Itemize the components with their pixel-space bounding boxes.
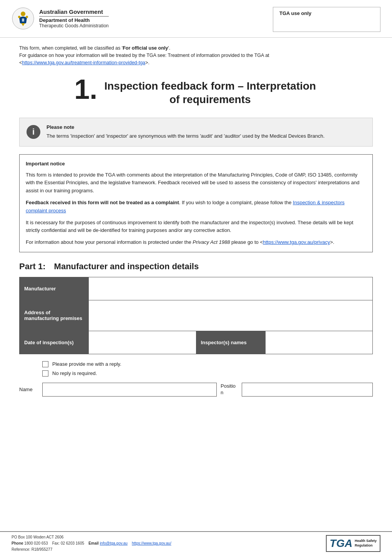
notice-line1-prefix: This form, when completed, will be class… bbox=[19, 45, 123, 51]
info-icon: i bbox=[27, 125, 40, 139]
important-para3: It is necessary for the purposes of cont… bbox=[26, 219, 366, 235]
footer-email-link[interactable]: info@tga.gov.au bbox=[100, 541, 128, 545]
svg-rect-4 bbox=[22, 18, 24, 22]
para4-mid: please go to < bbox=[230, 239, 263, 245]
title-number: 1. bbox=[74, 75, 97, 103]
tga-tagline2: Regulation bbox=[355, 543, 377, 548]
footer-address: PO Box 100 Woden ACT 2606 bbox=[12, 534, 171, 540]
para4-suffix: >. bbox=[330, 239, 334, 245]
info-box-content: Please note The terms 'inspection' and '… bbox=[47, 124, 325, 140]
svg-point-2 bbox=[18, 16, 20, 18]
notice-line1-suffix: '. bbox=[168, 45, 170, 51]
para4-prefix: For information about how your personal … bbox=[26, 239, 193, 245]
table-row-address: Address of manufacturing premises bbox=[20, 300, 373, 331]
tga-label: Therapeutic Goods Administration bbox=[39, 23, 109, 28]
manufacturer-label: Manufacturer bbox=[20, 277, 89, 300]
svg-point-3 bbox=[26, 16, 28, 18]
aus-gov-label: Australian Government bbox=[39, 8, 109, 15]
info-note-body: The terms 'inspection' and 'inspector' a… bbox=[47, 132, 325, 140]
important-para2: Feedback received in this form will not … bbox=[26, 199, 366, 215]
address-label: Address of manufacturing premises bbox=[20, 300, 89, 331]
inspector-label: Inspector(s) names bbox=[196, 331, 265, 354]
inspector-value[interactable] bbox=[265, 331, 373, 354]
page-footer: PO Box 100 Woden ACT 2606 Phone 1800 020… bbox=[0, 531, 392, 555]
dept-label: Department of Health bbox=[39, 16, 109, 23]
details-table: Manufacturer Address of manufacturing pr… bbox=[19, 277, 373, 354]
footer-email-label: Email bbox=[88, 541, 99, 545]
logo-text-group: Australian Government Department of Heal… bbox=[39, 8, 109, 28]
address-value[interactable] bbox=[89, 300, 373, 331]
reply-checkbox-1[interactable] bbox=[42, 361, 48, 367]
important-title: Important notice bbox=[26, 160, 366, 168]
name-input[interactable] bbox=[42, 383, 217, 397]
part1-heading: Part 1: Manufacturer and inspection deta… bbox=[19, 262, 373, 272]
svg-point-1 bbox=[21, 12, 25, 16]
privacy-link[interactable]: https://www.tga.gov.au/privacy bbox=[263, 239, 330, 245]
important-para2-prefix: Feedback received in this form will not … bbox=[26, 200, 179, 205]
footer-logo: TGA Health Safety Regulation bbox=[326, 535, 380, 552]
logo-area: Australian Government Department of Heal… bbox=[12, 7, 273, 30]
name-position-row: Name Position bbox=[19, 383, 373, 397]
reply-section: Please provide me with a reply. No reply… bbox=[42, 361, 350, 377]
reply-row-2: No reply is required. bbox=[42, 370, 350, 377]
tga-logo-box: TGA Health Safety Regulation bbox=[326, 535, 380, 552]
footer-website-link[interactable]: https://www.tga.gov.au/ bbox=[132, 541, 171, 545]
tga-use-only-label: TGA use only bbox=[279, 10, 311, 16]
tga-logo-letters: TGA bbox=[330, 537, 352, 550]
footer-reference: Reference: R18/955277 bbox=[12, 547, 171, 553]
main-content: This form, when completed, will be class… bbox=[0, 38, 392, 427]
table-row-date-inspector: Date of inspection(s) Inspector(s) names bbox=[20, 331, 373, 354]
notice-link[interactable]: https://www.tga.gov.au/treatment-informa… bbox=[22, 60, 145, 65]
tga-tagline1: Health Safety bbox=[355, 539, 377, 543]
footer-contact-line: Phone 1800 020 653 Fax: 02 6203 1605 Ema… bbox=[12, 540, 171, 547]
important-para4: For information about how your personal … bbox=[26, 238, 366, 247]
reply-checkbox-2[interactable] bbox=[42, 370, 48, 377]
table-row-manufacturer: Manufacturer bbox=[20, 277, 373, 300]
reply-row-1: Please provide me with a reply. bbox=[42, 361, 350, 367]
footer-contact: PO Box 100 Woden ACT 2606 Phone 1800 020… bbox=[12, 534, 171, 553]
footer-fax-label: Fax: bbox=[52, 541, 60, 545]
footer-phone: 1800 020 653 bbox=[24, 541, 48, 545]
title-text: Inspection feedback form – Interpretatio… bbox=[103, 79, 318, 106]
name-label: Name bbox=[19, 387, 38, 392]
reply-option2-label: No reply is required. bbox=[52, 370, 97, 376]
date-label: Date of inspection(s) bbox=[20, 331, 89, 354]
info-note-box: i Please note The terms 'inspection' and… bbox=[19, 118, 373, 147]
tga-logo-text: Health Safety Regulation bbox=[355, 539, 377, 548]
important-para1: This form is intended to provide the TGA… bbox=[26, 171, 366, 195]
part1-title: Manufacturer and inspection details bbox=[54, 262, 199, 271]
manufacturer-value[interactable] bbox=[89, 277, 373, 300]
info-note-title: Please note bbox=[47, 124, 325, 130]
footer-fax: 02 6203 1605 bbox=[61, 541, 84, 545]
important-para2-mid: . If you wish to lodge a complaint, plea… bbox=[179, 200, 293, 205]
important-notice-box: Important notice This form is intended t… bbox=[19, 154, 373, 252]
notice-bold: For official use only bbox=[123, 45, 168, 51]
notice-text: This form, when completed, will be class… bbox=[19, 45, 373, 66]
notice-line2: For guidance on how your information wil… bbox=[19, 53, 269, 58]
main-title-area: 1. Inspection feedback form – Interpreta… bbox=[19, 75, 373, 106]
crest-icon bbox=[12, 7, 35, 30]
date-value[interactable] bbox=[89, 331, 196, 354]
para4-italic: Privacy Act 1988 bbox=[193, 239, 230, 245]
page-header: Australian Government Department of Heal… bbox=[0, 0, 392, 38]
position-label: Position bbox=[221, 383, 238, 396]
reply-option1-label: Please provide me with a reply. bbox=[52, 361, 121, 367]
footer-phone-label: Phone bbox=[12, 541, 23, 545]
position-input[interactable] bbox=[242, 383, 373, 397]
part1-label: Part 1: bbox=[19, 262, 45, 271]
tga-use-only-box: TGA use only bbox=[273, 7, 380, 32]
